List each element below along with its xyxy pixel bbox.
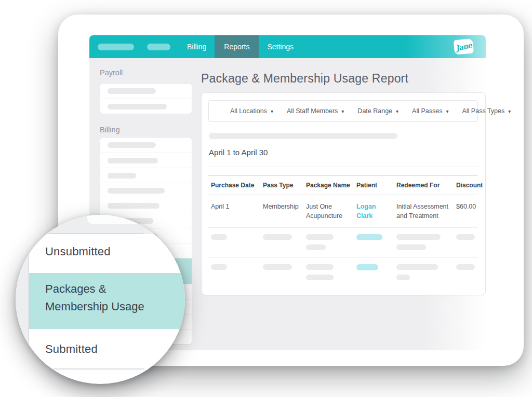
page-title: Package & Membership Usage Report [201,72,486,86]
report-main: Package & Membership Usage Report [201,72,486,295]
column-header-purchase-date: Purchase Date [211,182,263,189]
sidebar-row[interactable] [100,84,192,99]
chevron-down-icon [508,107,511,115]
usage-table-header: Purchase Date Pass Type Package Name Pat… [208,175,478,195]
filter-date-range[interactable]: Date Range [357,107,398,115]
divider [48,368,144,369]
jane-logo-text: Jane [455,41,472,52]
chevron-down-icon [446,107,448,115]
nav-item-billing[interactable]: Billing [179,35,215,58]
table-row-placeholder [208,227,478,257]
placeholder-bar [108,104,167,109]
column-header-discount: Discount [456,182,483,189]
placeholder-bar [306,234,334,240]
magnifier-item-packages-membership-usage[interactable]: Packages & Membership Usage [29,273,185,329]
cell-purchase-date: April 1 [211,202,263,221]
placeholder-bar [108,88,156,94]
placeholder-bar [108,158,158,163]
nav-placeholder-pill [147,44,170,50]
filter-label: All Passes [412,107,442,115]
sidebar-row[interactable] [100,168,192,183]
filters-bar: All Locations All Staff Members Date Ran… [208,100,478,122]
chevron-down-icon [341,107,344,115]
sidebar-section-billing: Billing [100,126,192,135]
sidebar-section-payroll: Payroll [100,69,192,78]
column-header-pass-type: Pass Type [263,182,306,189]
filter-all-staff-members[interactable]: All Staff Members [287,107,344,115]
filter-all-passes[interactable]: All Passes [412,107,448,115]
chevron-down-icon [396,107,398,115]
placeholder-bar [396,244,426,250]
cell-package-name: Just One Acupuncture [306,202,356,221]
filter-label: All Staff Members [287,107,338,115]
sidebar-row[interactable] [100,198,192,213]
placeholder-bar [306,275,334,280]
magnifier-item-unsubmitted[interactable]: Unsubmitted [45,245,111,258]
placeholder-bar [396,264,438,270]
column-header-package-name: Package Name [306,182,356,189]
placeholder-bar [306,244,326,250]
divider [49,233,143,234]
placeholder-bar [108,142,156,148]
placeholder-bar [456,234,475,240]
column-header-patient: Patient [356,182,396,189]
placeholder-bar [108,173,136,179]
filter-label: All Pass Types [462,107,505,115]
table-row-placeholder [208,257,478,288]
nav-item-reports[interactable]: Reports [215,35,259,58]
cell-discount: $60.00 [456,202,481,221]
placeholder-patient-pill [356,264,378,270]
sidebar-row[interactable] [100,153,192,168]
cell-pass-type: Membership [263,202,306,221]
app-header: Billing Reports Settings Jane [89,35,486,58]
placeholder-bar [306,264,334,270]
nav-item-settings[interactable]: Settings [259,35,302,58]
sidebar-row[interactable] [100,99,192,114]
placeholder-bar [108,203,159,209]
magnifier-item-label: Packages & Membership Usage [45,280,155,316]
magnifier-item-submitted[interactable]: Submitted [45,343,98,356]
chevron-down-icon [271,107,273,115]
filter-all-pass-types[interactable]: All Pass Types [462,107,511,115]
placeholder-bar [263,234,292,240]
report-card: All Locations All Staff Members Date Ran… [201,92,486,295]
date-range-text: April 1 to April 30 [209,148,478,157]
placeholder-bar [396,275,410,280]
placeholder-bar [108,188,165,194]
sidebar-card-payroll [100,83,192,114]
patient-link[interactable]: Logan Clark [356,203,376,220]
placeholder-bar [209,133,397,139]
placeholder-bar [211,234,227,240]
sidebar-row[interactable] [100,138,192,153]
column-header-redeemed-for: Redeemed For [396,182,456,189]
placeholder-bar [456,264,475,270]
filter-all-locations[interactable]: All Locations [230,107,273,115]
placeholder-bar [211,264,227,270]
nav-placeholder-pill [98,44,134,50]
filter-label: All Locations [230,107,267,115]
filter-label: Date Range [357,107,392,115]
placeholder-bar [396,234,441,240]
divider [208,167,478,167]
placeholder-patient-pill [356,234,382,240]
jane-logo: Jane [454,39,474,55]
table-row: April 1 Membership Just One Acupuncture … [208,195,478,227]
sidebar-row[interactable] [100,183,192,198]
magnified-left-margin [16,215,29,384]
cell-redeemed-for: Initial Assessment and Treatment [396,202,456,221]
placeholder-bar [263,264,292,270]
magnifier-callout: Unsubmitted Packages & Membership Usage … [16,215,185,384]
